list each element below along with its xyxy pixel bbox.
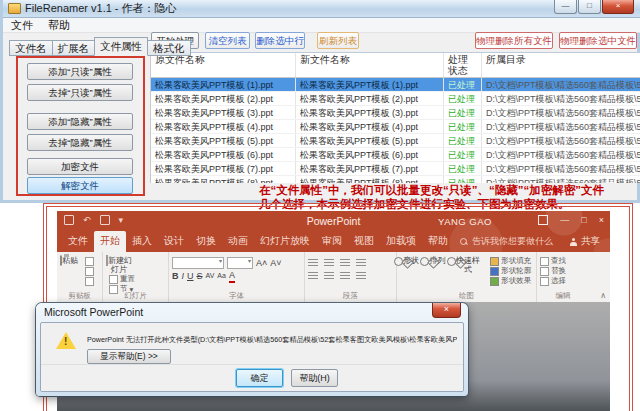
italic-button[interactable]: I: [182, 270, 185, 282]
header-status[interactable]: 处理状态: [444, 53, 482, 77]
table-row[interactable]: 松果客欧美风PPT模板 (2).ppt 松果客欧美风PPT模板 (2).ppt …: [151, 92, 640, 106]
replace-button[interactable]: 替换: [551, 266, 566, 276]
minimize-button[interactable]: —: [554, 0, 577, 14]
ppt-tab-insert[interactable]: 插入: [126, 231, 158, 252]
ppt-tab-help[interactable]: 帮助: [422, 231, 454, 252]
line-spacing-icon[interactable]: [356, 259, 366, 267]
change-case-icon[interactable]: Aa: [217, 270, 226, 282]
align-right-icon[interactable]: [340, 272, 350, 280]
reset-button[interactable]: 重置: [120, 274, 135, 284]
copy-icon[interactable]: [85, 267, 94, 276]
arrange-button[interactable]: 排列: [426, 256, 448, 265]
header-directory[interactable]: 所属目录: [482, 53, 640, 77]
ppt-tab-transitions[interactable]: 切换: [190, 231, 222, 252]
ppt-tab-home[interactable]: 开始: [94, 231, 126, 252]
columns-icon[interactable]: [356, 272, 366, 280]
align-left-icon[interactable]: [308, 272, 318, 280]
numbering-icon[interactable]: [324, 259, 334, 267]
menu-file[interactable]: 文件: [11, 18, 33, 33]
show-help-button[interactable]: 显示帮助(E) >>: [87, 349, 171, 364]
tab-file-attributes[interactable]: 文件属性: [94, 37, 148, 56]
table-row[interactable]: 松果客欧美风PPT模板 (8).ppt 松果客欧美风PPT模板 (8).ppt …: [151, 176, 640, 183]
remove-readonly-button[interactable]: 去掉“只读”属性: [27, 84, 133, 101]
cell-status: 已处理: [444, 148, 482, 161]
remove-hidden-button[interactable]: 去掉“隐藏”属性: [27, 134, 133, 151]
quick-styles-button[interactable]: 快速样式: [453, 256, 483, 274]
format-painter-icon[interactable]: [85, 277, 94, 286]
new-slide-button[interactable]: 新建幻灯片: [106, 256, 132, 274]
tell-me-search[interactable]: 告诉我你想要做什么: [460, 235, 553, 252]
ribbon-display-options-icon[interactable]: [538, 215, 548, 225]
ppt-close-button[interactable]: ×: [599, 215, 604, 225]
indent-icon[interactable]: [340, 259, 350, 267]
add-readonly-button[interactable]: 添加“只读”属性: [27, 63, 133, 80]
align-center-icon[interactable]: [324, 272, 334, 280]
cell-new-name: 松果客欧美风PPT模板 (6).ppt: [296, 148, 444, 161]
shape-effects-button[interactable]: 形状效果: [501, 276, 531, 286]
delete-selected-rows-button[interactable]: 删除选中行: [255, 32, 305, 49]
ppt-tab-review[interactable]: 审阅: [316, 231, 348, 252]
dialog-close-button[interactable]: ×: [432, 303, 461, 318]
ok-button[interactable]: 确定: [236, 369, 283, 387]
strikethrough-button[interactable]: S: [197, 270, 203, 282]
physical-delete-all-button[interactable]: 物理删除所有文件: [475, 32, 553, 49]
select-button[interactable]: 选择: [551, 276, 566, 286]
collapse-ribbon-icon[interactable]: ∧: [600, 291, 606, 300]
menu-help[interactable]: 帮助: [48, 18, 70, 33]
ppt-tab-slideshow[interactable]: 幻灯片放映: [254, 231, 316, 252]
increase-font-icon[interactable]: A˄: [256, 257, 267, 269]
bold-button[interactable]: B: [172, 270, 179, 282]
maximize-button[interactable]: □: [578, 0, 601, 14]
select-icon: [540, 277, 549, 286]
physical-delete-selected-button[interactable]: 物理删除选中文件: [559, 32, 637, 49]
shape-fill-button[interactable]: 形状填充: [501, 256, 531, 266]
decrypt-button[interactable]: 解密文件: [27, 177, 133, 194]
ppt-tab-file[interactable]: 文件: [62, 231, 94, 252]
cell-new-name: 松果客欧美风PPT模板 (7).ppt: [296, 162, 444, 175]
table-row[interactable]: 松果客欧美风PPT模板 (5).ppt 松果客欧美风PPT模板 (5).ppt …: [151, 134, 640, 148]
ppt-minimize-button[interactable]: —: [560, 215, 569, 225]
table-row[interactable]: 松果客欧美风PPT模板 (1).ppt 松果客欧美风PPT模板 (1).ppt …: [151, 78, 640, 92]
header-original-name[interactable]: 原文件名称: [151, 53, 296, 77]
table-row[interactable]: 松果客欧美风PPT模板 (6).ppt 松果客欧美风PPT模板 (6).ppt …: [151, 148, 640, 162]
ppt-tab-view[interactable]: 视图: [348, 231, 380, 252]
refresh-list-button[interactable]: 刷新列表: [317, 32, 359, 49]
shape-outline-button[interactable]: 形状轮廓: [501, 266, 531, 276]
tab-filename[interactable]: 文件名: [9, 40, 53, 56]
cell-new-name: 松果客欧美风PPT模板 (1).ppt: [296, 78, 444, 91]
find-button[interactable]: 查找: [551, 256, 566, 266]
ppt-maximize-button[interactable]: □: [581, 215, 586, 225]
ribbon-group-paragraph: 段落: [305, 252, 397, 302]
character-spacing-icon[interactable]: AV: [206, 270, 215, 282]
underline-button[interactable]: U: [187, 270, 194, 282]
cell-status: 已处理: [444, 134, 482, 147]
ppt-tab-design[interactable]: 设计: [158, 231, 190, 252]
share-button[interactable]: 共享: [570, 235, 610, 252]
paste-button[interactable]: 粘贴: [60, 256, 78, 265]
font-size-combobox[interactable]: [227, 257, 253, 269]
font-name-combobox[interactable]: [172, 257, 224, 269]
tab-format[interactable]: 格式化: [147, 40, 191, 56]
table-row[interactable]: 松果客欧美风PPT模板 (4).ppt 松果客欧美风PPT模板 (4).ppt …: [151, 120, 640, 134]
add-hidden-button[interactable]: 添加“隐藏”属性: [27, 113, 133, 130]
tab-extension[interactable]: 扩展名: [52, 40, 96, 56]
signed-in-user[interactable]: YANG GAO: [438, 216, 492, 227]
table-row[interactable]: 松果客欧美风PPT模板 (3).ppt 松果客欧美风PPT模板 (3).ppt …: [151, 106, 640, 120]
table-row[interactable]: 松果客欧美风PPT模板 (7).ppt 松果客欧美风PPT模板 (7).ppt …: [151, 162, 640, 176]
powerpoint-titlebar[interactable]: ↶ ▾ PowerPoint YANG GAO — □ ×: [57, 211, 610, 232]
encrypt-button[interactable]: 加密文件: [27, 158, 133, 175]
window-controls: — □ ×: [553, 0, 634, 14]
shapes-button[interactable]: 形状: [400, 256, 422, 265]
close-button[interactable]: ×: [602, 0, 634, 14]
font-color-icon[interactable]: A: [229, 269, 235, 283]
cell-directory: D:\文档\PPT模板\精选560套精品模板\52套松果客图文欧美风模板: [482, 120, 640, 133]
cut-icon[interactable]: [85, 257, 94, 266]
help-button[interactable]: 帮助(H): [291, 369, 338, 387]
decrease-font-icon[interactable]: A˅: [270, 257, 281, 269]
bullets-icon[interactable]: [308, 259, 318, 267]
filerenamer-titlebar[interactable]: FileRenamer v1.1 - 作者：隐心 — □ ×: [3, 0, 640, 18]
ppt-tab-addins[interactable]: 加载项: [380, 231, 422, 252]
ppt-tab-animations[interactable]: 动画: [222, 231, 254, 252]
clear-list-button[interactable]: 清空列表: [205, 32, 250, 49]
header-new-name[interactable]: 新文件名称: [296, 53, 444, 77]
